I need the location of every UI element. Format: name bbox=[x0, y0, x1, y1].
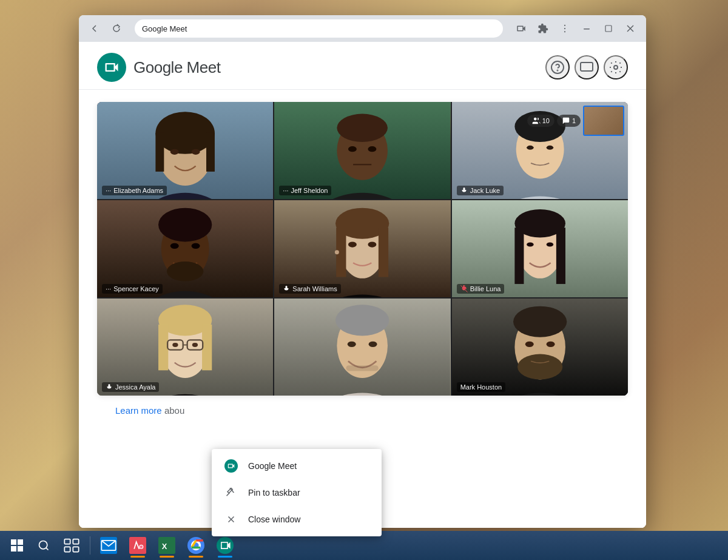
refresh-button[interactable] bbox=[108, 20, 125, 37]
svg-point-64 bbox=[546, 243, 553, 247]
participant-name-3: Jack Luke bbox=[457, 186, 504, 195]
svg-point-94 bbox=[546, 342, 554, 347]
task-view-button[interactable] bbox=[58, 532, 85, 559]
svg-point-1 bbox=[564, 28, 565, 29]
close-button[interactable] bbox=[622, 20, 639, 37]
svg-rect-107 bbox=[64, 547, 70, 552]
participant-name-5: Sarah Williams bbox=[279, 284, 340, 294]
meet-title: Google Meet bbox=[133, 58, 220, 77]
minimize-button[interactable] bbox=[578, 20, 595, 37]
svg-point-53 bbox=[335, 250, 339, 254]
pin-icon bbox=[224, 485, 238, 500]
svg-point-113 bbox=[140, 545, 143, 548]
context-menu-item-pin[interactable]: Pin to taskbar bbox=[212, 479, 382, 506]
video-cell-9: Mark Houston bbox=[452, 299, 628, 396]
participant-video-6 bbox=[452, 200, 628, 297]
back-button[interactable] bbox=[86, 20, 103, 37]
video-camera-icon[interactable] bbox=[513, 20, 530, 37]
participant-name-9: Mark Houston bbox=[457, 382, 505, 392]
grid-overlay: 10 1 bbox=[527, 106, 624, 136]
svg-point-40 bbox=[158, 208, 212, 242]
svg-point-32 bbox=[527, 146, 534, 150]
svg-rect-106 bbox=[73, 539, 78, 544]
taskbar-excel-icon[interactable]: X bbox=[153, 532, 180, 559]
svg-rect-72 bbox=[202, 325, 212, 370]
taskbar-search[interactable] bbox=[32, 533, 56, 558]
svg-rect-99 bbox=[11, 539, 16, 545]
svg-point-63 bbox=[527, 243, 534, 247]
participant-video-1 bbox=[97, 102, 273, 199]
svg-rect-61 bbox=[514, 228, 524, 284]
browser-toolbar bbox=[513, 20, 639, 37]
settings-icon[interactable] bbox=[604, 55, 628, 79]
participant-name-4: ··· Spencer Kacey bbox=[102, 284, 163, 294]
participants-count: 10 bbox=[542, 117, 550, 124]
address-bar[interactable]: Google Meet bbox=[135, 19, 503, 38]
svg-point-24 bbox=[348, 146, 357, 152]
svg-point-92 bbox=[513, 306, 567, 337]
svg-rect-87 bbox=[346, 365, 379, 371]
participant-video-4 bbox=[97, 200, 273, 297]
svg-point-18 bbox=[192, 149, 200, 155]
meet-header-icons bbox=[545, 55, 628, 79]
svg-rect-4 bbox=[605, 25, 612, 32]
maximize-button[interactable] bbox=[600, 20, 617, 37]
meet-logo-icon bbox=[97, 53, 126, 82]
svg-text:X: X bbox=[162, 542, 167, 551]
taskbar-separator-1 bbox=[90, 536, 90, 555]
context-menu-item-close[interactable]: Close window bbox=[212, 506, 382, 533]
video-cell-8 bbox=[274, 299, 450, 396]
meet-logo-area: Google Meet bbox=[97, 53, 220, 82]
svg-point-86 bbox=[369, 342, 377, 347]
video-cell-4: ··· Spencer Kacey bbox=[97, 200, 273, 297]
svg-point-95 bbox=[517, 354, 562, 380]
svg-point-14 bbox=[155, 112, 215, 154]
taskbar-chrome-icon[interactable] bbox=[183, 532, 209, 559]
participant-name-7: Jessica Ayala bbox=[102, 382, 159, 392]
video-cell-6: Billie Luna bbox=[452, 200, 628, 297]
svg-rect-105 bbox=[64, 539, 70, 544]
learn-more-link[interactable]: Learn more bbox=[115, 405, 162, 416]
participant-video-5 bbox=[274, 200, 450, 297]
svg-point-25 bbox=[368, 146, 377, 152]
svg-point-84 bbox=[335, 305, 389, 336]
video-cell-2: ··· Jeff Sheldon bbox=[274, 102, 450, 199]
meet-app-icon bbox=[224, 459, 238, 473]
participant-video-2 bbox=[274, 102, 450, 199]
extensions-puzzle-icon[interactable] bbox=[534, 20, 551, 37]
svg-rect-100 bbox=[18, 539, 23, 545]
svg-point-85 bbox=[348, 342, 356, 347]
svg-point-93 bbox=[525, 342, 533, 347]
svg-rect-101 bbox=[11, 546, 16, 552]
svg-rect-108 bbox=[73, 547, 78, 552]
svg-rect-71 bbox=[158, 325, 168, 370]
taskbar-mail-icon[interactable] bbox=[95, 532, 122, 559]
svg-point-76 bbox=[172, 343, 178, 347]
context-meet-label: Google Meet bbox=[248, 461, 297, 471]
video-cell-5: Sarah Williams bbox=[274, 200, 450, 297]
svg-rect-16 bbox=[206, 133, 215, 172]
svg-rect-15 bbox=[155, 133, 164, 172]
svg-point-9 bbox=[534, 118, 537, 121]
video-grid: ··· Elizabeth Adams bbox=[97, 102, 628, 396]
svg-point-41 bbox=[170, 243, 179, 249]
svg-point-0 bbox=[564, 25, 565, 26]
start-button[interactable] bbox=[5, 533, 29, 558]
svg-point-33 bbox=[546, 146, 553, 150]
feedback-icon[interactable] bbox=[575, 55, 599, 79]
svg-point-42 bbox=[192, 243, 200, 249]
url-text: Google Meet bbox=[142, 24, 187, 33]
svg-point-119 bbox=[217, 537, 234, 554]
browser-more-icon[interactable] bbox=[556, 20, 573, 37]
svg-point-2 bbox=[564, 31, 565, 32]
taskbar-paint-icon[interactable] bbox=[124, 532, 151, 559]
context-menu-item-google-meet[interactable]: Google Meet bbox=[212, 453, 382, 479]
context-pin-label: Pin to taskbar bbox=[248, 488, 300, 498]
chat-count: 1 bbox=[572, 117, 576, 124]
svg-rect-102 bbox=[18, 546, 23, 552]
help-icon[interactable] bbox=[545, 55, 570, 79]
svg-point-77 bbox=[192, 343, 198, 347]
svg-point-17 bbox=[170, 149, 179, 155]
svg-rect-50 bbox=[379, 228, 388, 277]
participant-video-9 bbox=[452, 299, 628, 396]
